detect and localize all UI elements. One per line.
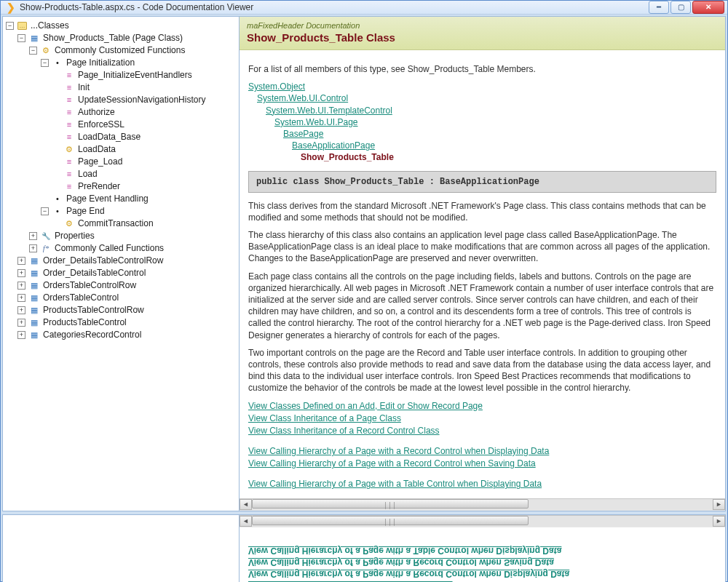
method-icon <box>64 157 74 167</box>
tree-item[interactable]: + f* Commonly Called Functions <box>29 242 237 255</box>
tree-pane[interactable]: − ...Classes − Show_Products_Table (Page… <box>3 17 240 511</box>
doc-link[interactable]: View Classes Defined on an Add, Edit or … <box>248 400 716 412</box>
doc-scroll[interactable]: maFixedHeader Documentation Show_Product… <box>240 17 725 498</box>
title-bar[interactable]: ❯ Show-Products-Table.aspx.cs - Code Doc… <box>1 1 727 15</box>
expand-toggle[interactable]: − <box>41 207 49 215</box>
chain-link[interactable]: BaseApplicationPage <box>292 140 375 151</box>
class-icon <box>29 33 39 44</box>
tree-item[interactable]: + Properties <box>29 230 237 242</box>
expand-toggle[interactable]: + <box>17 331 25 339</box>
app-icon: ❯ <box>7 1 15 13</box>
tree-label: Order_DetailsTableControlRow <box>43 255 163 267</box>
tree-item[interactable]: +OrdersTableControlRow <box>17 279 237 292</box>
tree-item[interactable]: +ProductsTableControlRow <box>17 304 237 316</box>
tree-item[interactable]: +ProductsTableControl <box>17 316 237 329</box>
tree-item[interactable]: • Page Event Handling <box>41 193 237 205</box>
expand-toggle[interactable]: + <box>17 294 25 302</box>
tree-label: Order_DetailsTableControl <box>43 267 146 279</box>
tree-item[interactable]: Authorize <box>52 106 237 119</box>
dot-icon: • <box>52 194 63 204</box>
tree-item[interactable]: LoadData <box>52 143 237 156</box>
tree-item[interactable]: +Order_DetailsTableControlRow <box>17 255 237 267</box>
tree-item[interactable]: PreRender <box>52 180 237 193</box>
tree-item[interactable]: Load <box>52 168 237 180</box>
expand-toggle[interactable]: + <box>17 306 25 314</box>
tree-label: Commonly Called Functions <box>55 242 164 255</box>
chain-link[interactable]: System.Web.UI.Page <box>274 117 358 127</box>
doc-link[interactable]: View Class Inheritance of a Record Contr… <box>248 425 716 436</box>
chain-link[interactable]: System.Object <box>248 81 305 92</box>
expand-toggle[interactable]: + <box>17 319 25 327</box>
expand-toggle[interactable]: + <box>29 244 37 252</box>
scroll-track[interactable]: │││ <box>252 499 713 510</box>
doc-link[interactable]: View Calling Hierarchy of a Page with a … <box>248 478 716 490</box>
tree-label: ...Classes <box>31 20 69 32</box>
tree-label: LoadData_Base <box>78 131 141 143</box>
tree-item[interactable]: UpdateSessionNavigationHistory <box>52 94 237 106</box>
doc-link[interactable]: View Calling Hierarchy of a Page with a … <box>248 445 716 457</box>
tree-label: OrdersTableControlRow <box>43 279 136 292</box>
members-link[interactable]: Show_Products_Table Members <box>408 64 534 74</box>
expand-toggle[interactable]: + <box>17 282 25 290</box>
chain-link[interactable]: System.Web.UI.Control <box>257 93 348 103</box>
scroll-left-arrow[interactable]: ◄ <box>240 499 252 510</box>
doc-link[interactable]: View Class Inheritance of a Page Class <box>248 412 716 424</box>
expand-toggle[interactable]: + <box>17 269 25 277</box>
chain-link[interactable]: System.Web.UI.TemplateControl <box>266 105 392 116</box>
expand-toggle[interactable]: + <box>17 257 25 265</box>
class-icon <box>29 256 39 266</box>
tree-item[interactable]: EnforceSSL <box>52 119 237 131</box>
scroll-right-arrow[interactable]: ► <box>713 499 725 510</box>
chain-link[interactable]: BasePage <box>283 129 323 139</box>
text: For a list of all members of this type, … <box>248 64 408 74</box>
tree-item[interactable]: Init <box>52 81 237 94</box>
expand-toggle[interactable]: + <box>29 232 37 240</box>
tree-item[interactable]: − Show_Products_Table (Page Class) <box>17 32 237 44</box>
scroll-left-arrow[interactable]: ◄ <box>240 516 252 527</box>
tree-item[interactable]: − • Page Initialization <box>41 57 237 69</box>
tree-label: CommitTransaction <box>78 218 154 230</box>
expand-toggle[interactable]: − <box>6 22 14 30</box>
reflection-link: View Calling Hierarchy of a Page with a … <box>248 569 716 579</box>
class-icon <box>29 293 39 303</box>
class-icon <box>29 268 39 279</box>
tree-label: Show_Products_Table (Page Class) <box>43 32 183 44</box>
wrench-icon <box>41 231 51 242</box>
scroll-thumb[interactable]: │││ <box>252 499 529 509</box>
client-area: − ...Classes − Show_Products_Table (Page… <box>1 15 727 582</box>
tree-item[interactable]: Page_InitializeEventHandlers <box>52 69 237 81</box>
h-scrollbar-lower[interactable]: ◄ │││ ► <box>240 515 725 527</box>
inheritance-chain: System.Object System.Web.UI.Control Syst… <box>248 81 716 163</box>
doc-pane: maFixedHeader Documentation Show_Product… <box>240 17 725 511</box>
tree-item[interactable]: − Commonly Customized Functions <box>29 44 237 57</box>
method-icon <box>64 120 74 130</box>
tree-item[interactable]: Page_Load <box>52 156 237 168</box>
tree-item[interactable]: +CategoriesRecordControl <box>17 329 237 341</box>
expand-none <box>41 195 49 203</box>
expand-toggle[interactable]: − <box>41 59 49 67</box>
scroll-thumb[interactable]: │││ <box>252 516 529 525</box>
minimize-button[interactable] <box>649 1 669 14</box>
expand-toggle[interactable]: − <box>17 34 25 42</box>
gear-icon <box>41 46 51 56</box>
maximize-button[interactable] <box>670 1 691 14</box>
tree-item[interactable]: − • Page End <box>41 205 237 218</box>
expand-toggle[interactable]: − <box>29 47 37 55</box>
tree-label: LoadData <box>78 143 116 156</box>
method-icon <box>64 83 74 93</box>
h-scrollbar[interactable]: ◄ │││ ► <box>240 498 725 511</box>
close-button[interactable] <box>692 1 724 14</box>
tree-item[interactable]: +OrdersTableControl <box>17 292 237 304</box>
class-icon <box>29 306 39 316</box>
tree-item[interactable]: +Order_DetailsTableControl <box>17 267 237 279</box>
scroll-track[interactable]: │││ <box>252 516 713 527</box>
tree-root[interactable]: − ...Classes <box>6 20 237 32</box>
tree-item[interactable]: CommitTransaction <box>52 218 237 230</box>
tree-label: ProductsTableControl <box>43 316 127 329</box>
tree-label: Authorize <box>78 106 115 119</box>
scroll-right-arrow[interactable]: ► <box>713 516 725 527</box>
tree-label: EnforceSSL <box>78 119 124 131</box>
tree-item[interactable]: LoadData_Base <box>52 131 237 143</box>
doc-link[interactable]: View Calling Hierarchy of a Page with a … <box>248 458 716 469</box>
method-icon <box>64 182 74 192</box>
